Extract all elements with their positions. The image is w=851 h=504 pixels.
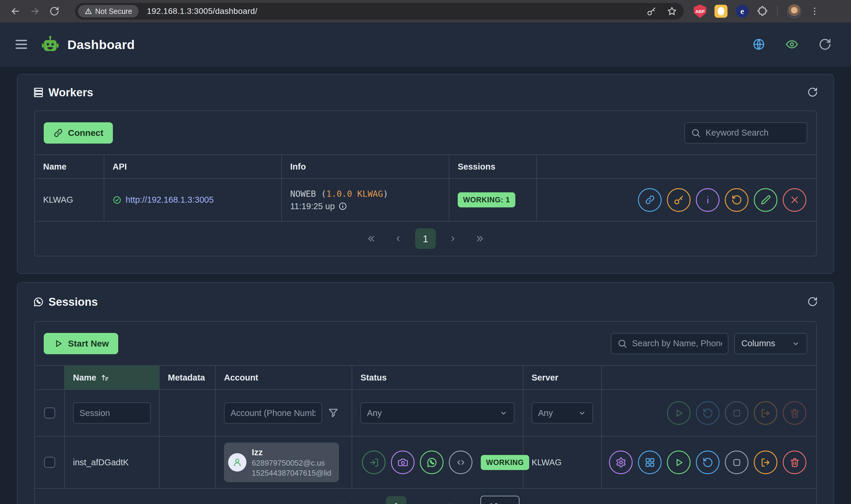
workers-card: Workers Connect Name API Info Sessions [17,74,834,274]
start-new-button[interactable]: Start New [44,333,118,354]
whatsapp-button[interactable] [420,451,443,474]
stop-button[interactable] [725,451,748,474]
password-manager-icon[interactable] [647,6,656,16]
security-chip[interactable]: Not Secure [78,5,139,17]
next-page-button[interactable] [413,496,434,504]
browser-forward-button[interactable] [27,3,42,19]
current-page-button[interactable]: 1 [386,496,406,504]
trash-button[interactable] [783,401,807,425]
account-filter-input[interactable] [224,402,322,424]
last-page-button[interactable] [440,496,461,504]
chevron-right-icon [448,234,457,243]
sessions-col-account[interactable]: Account [216,365,352,389]
server-filter-select[interactable]: Any [531,402,593,424]
next-page-button[interactable] [442,228,463,249]
menu-icon [14,37,29,52]
url-text: 192.168.1.3:3005/dashboard/ [147,6,257,16]
info-button[interactable] [696,188,720,212]
e-extension-icon[interactable]: e [736,5,749,18]
sessions-search-input[interactable] [632,339,722,348]
sessions-col-status[interactable]: Status [352,365,523,389]
logout-button[interactable] [754,401,777,425]
session-name-filter-input[interactable] [73,402,151,424]
connect-button[interactable]: Connect [44,122,113,144]
chevron-down-icon [499,409,508,417]
sessions-search-box [611,333,728,354]
uptime-info-button[interactable] [338,202,347,211]
last-page-button[interactable] [470,228,490,249]
hamburger-menu-button[interactable] [14,37,29,53]
browser-profile-avatar[interactable] [787,4,801,18]
filter-name-cell [65,389,160,436]
adblock-extension-icon[interactable]: ABP [694,4,706,18]
play-button[interactable] [667,401,691,425]
workers-search-input[interactable] [706,128,801,138]
chevrons-right-icon [446,501,456,504]
trash-button[interactable] [783,451,807,474]
account-avatar [228,453,247,471]
toolbar-separator [777,6,778,17]
globe-icon [752,38,765,51]
workers-pagination: 1 [35,221,816,256]
close-x-button[interactable] [783,188,807,212]
first-page-button[interactable] [331,496,352,504]
language-globe-button[interactable] [752,38,765,52]
session-name-cell: inst_afDGadtK [65,436,160,488]
code-button[interactable] [449,451,472,474]
chevrons-right-icon [475,234,485,244]
play-button[interactable] [667,451,691,474]
account-phone: 628979750052@c.us [252,458,331,468]
e-label: e [741,7,744,16]
row-checkbox[interactable] [44,457,55,468]
yellow-extension-icon[interactable] [714,5,727,18]
logout-button[interactable] [754,451,777,474]
sessions-col-name[interactable]: Name [65,365,160,389]
visibility-toggle-button[interactable] [785,38,798,52]
browser-reload-button[interactable] [47,3,62,19]
worker-api-cell: http://192.168.1.3:3005 [104,178,282,221]
whatsapp-icon [33,296,44,307]
extensions-puzzle-icon[interactable] [757,6,768,17]
refresh-page-button[interactable] [818,38,832,52]
bookmark-star-icon[interactable] [667,6,677,17]
columns-dropdown[interactable]: Columns [734,333,807,354]
sessions-col-metadata[interactable]: Metadata [160,365,216,389]
camera-button[interactable] [391,451,415,474]
key-button[interactable] [667,188,691,212]
grid-button[interactable] [638,451,662,474]
login-button[interactable] [362,451,386,474]
restart-button[interactable] [696,401,720,425]
sessions-title: Sessions [49,296,98,308]
restart-button[interactable] [725,188,748,212]
address-bar[interactable]: Not Secure 192.168.1.3:3005/dashboard/ [75,3,684,19]
select-all-checkbox[interactable] [44,408,55,419]
workers-col-info: Info [282,155,449,178]
prev-page-button[interactable] [359,496,379,504]
status-filter-select[interactable]: Any [361,402,514,424]
filter-select-cell [35,389,65,436]
restart-button[interactable] [696,451,720,474]
edit-button[interactable] [754,188,777,212]
browser-back-button[interactable] [8,3,23,19]
account-chip: Izz 628979750052@c.us 152544387047615@li… [224,443,339,482]
page-size-select[interactable]: 10 [481,496,520,504]
first-page-button[interactable] [361,228,381,249]
worker-api-link[interactable]: http://192.168.1.3:3005 [126,195,214,205]
link-icon [53,128,63,138]
workers-title: Workers [49,86,93,99]
browser-menu-icon[interactable] [810,6,820,16]
link-button[interactable] [638,188,662,212]
settings-button[interactable] [609,451,633,474]
account-filter-funnel-button[interactable] [327,407,339,419]
sessions-col-server[interactable]: Server [523,365,602,389]
funnel-icon [327,407,339,419]
workers-refresh-button[interactable] [807,87,818,98]
stop-button[interactable] [725,401,748,425]
row-select-cell [35,436,65,488]
sessions-refresh-button[interactable] [807,296,818,308]
prev-page-button[interactable] [388,228,409,249]
worker-actions-cell [537,178,816,221]
current-page-button[interactable]: 1 [415,228,436,249]
filter-account-cell [216,389,352,436]
sort-ascending-icon [101,373,109,382]
